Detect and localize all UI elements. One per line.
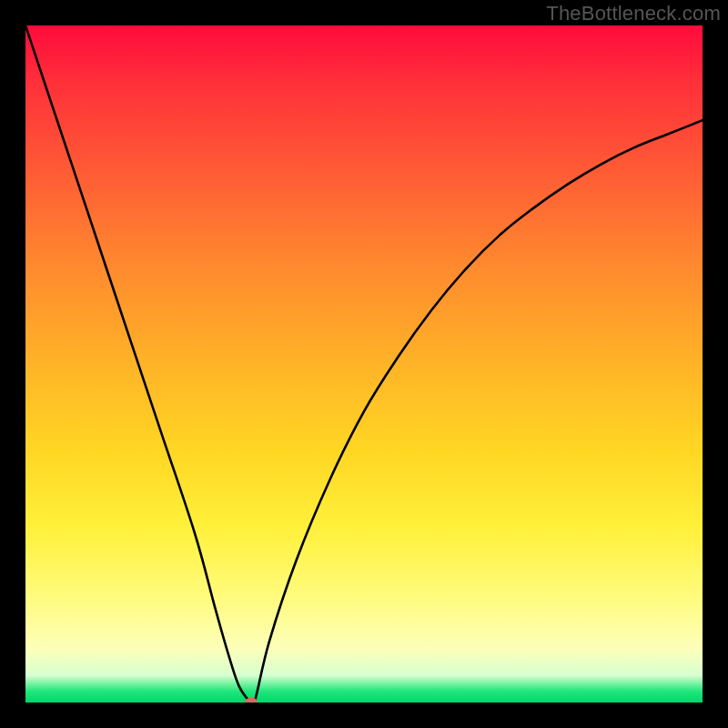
plot-area [25,25,703,703]
optimal-point-marker [245,698,258,703]
watermark-text: TheBottleneck.com [546,2,721,25]
bottleneck-curve [25,25,703,703]
curve-svg [25,25,703,703]
chart-frame: TheBottleneck.com [0,0,728,728]
